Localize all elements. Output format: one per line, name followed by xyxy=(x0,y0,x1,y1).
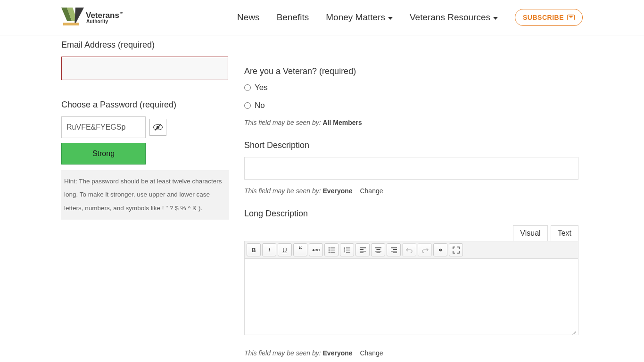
svg-text:3: 3 xyxy=(344,251,345,254)
svg-rect-17 xyxy=(360,249,363,250)
nav-news[interactable]: News xyxy=(237,12,260,23)
nav-veterans-resources[interactable]: Veterans Resources xyxy=(410,12,498,23)
chevron-down-icon xyxy=(493,17,498,20)
veteran-no-row: No xyxy=(244,101,583,110)
long-description-editor: Visual Text B I U “ ABC 123 xyxy=(244,225,578,335)
chevron-down-icon xyxy=(388,17,393,20)
email-input[interactable] xyxy=(61,57,228,80)
undo-button[interactable] xyxy=(402,243,416,256)
svg-rect-20 xyxy=(375,247,381,248)
strikethrough-button[interactable]: ABC xyxy=(309,243,323,256)
link-button[interactable] xyxy=(433,243,447,256)
svg-rect-16 xyxy=(360,247,366,248)
editor-tab-visual[interactable]: Visual xyxy=(513,225,547,241)
svg-rect-11 xyxy=(346,247,350,248)
numbered-list-button[interactable]: 123 xyxy=(340,243,354,256)
svg-rect-23 xyxy=(376,252,380,253)
svg-point-8 xyxy=(328,251,330,253)
svg-rect-5 xyxy=(330,247,335,248)
nav-benefits[interactable]: Benefits xyxy=(277,12,309,23)
long-description-textarea[interactable] xyxy=(244,259,578,335)
short-description-input[interactable] xyxy=(244,157,578,180)
redo-button[interactable] xyxy=(418,243,432,256)
bullet-list-button[interactable] xyxy=(324,243,339,256)
svg-rect-15 xyxy=(346,252,350,252)
veteran-visibility-note: This field may be seen by: All Members xyxy=(244,119,583,126)
page-body: Email Address (required) Choose a Passwo… xyxy=(0,35,644,362)
svg-rect-22 xyxy=(375,251,381,252)
mail-icon xyxy=(567,15,575,20)
short-description-change-link[interactable]: Change xyxy=(360,187,383,195)
align-right-button[interactable] xyxy=(387,243,401,256)
svg-point-6 xyxy=(328,249,330,251)
toggle-password-visibility-button[interactable] xyxy=(149,119,166,136)
short-description-label: Short Description xyxy=(244,140,583,150)
editor-tab-text[interactable]: Text xyxy=(551,225,578,241)
logo-mark xyxy=(61,8,84,27)
align-left-button[interactable] xyxy=(355,243,370,256)
password-hint: Hint: The password should be at least tw… xyxy=(61,170,229,220)
editor-tabs: Visual Text xyxy=(244,225,578,241)
underline-button[interactable]: U xyxy=(278,243,292,256)
svg-rect-9 xyxy=(330,252,335,252)
profile-details-column: Are you a Veteran? (required) Yes No Thi… xyxy=(244,40,583,362)
password-label: Choose a Password (required) xyxy=(61,100,229,110)
password-strength-indicator: Strong xyxy=(61,143,146,165)
site-header: Veterans™ Authority News Benefits Money … xyxy=(0,0,644,35)
logo-text: Veterans™ Authority xyxy=(86,11,123,24)
svg-rect-3 xyxy=(63,23,79,25)
fullscreen-button[interactable] xyxy=(449,243,463,256)
italic-button[interactable]: I xyxy=(262,243,276,256)
veteran-yes-label: Yes xyxy=(255,83,268,92)
long-description-label: Long Description xyxy=(244,209,583,219)
veteran-yes-radio[interactable] xyxy=(244,84,251,91)
main-nav: News Benefits Money Matters Veterans Res… xyxy=(237,9,583,26)
svg-rect-27 xyxy=(393,252,397,253)
align-center-button[interactable] xyxy=(371,243,385,256)
eye-slash-icon xyxy=(153,124,163,130)
svg-rect-26 xyxy=(391,251,397,252)
blockquote-button[interactable]: “ xyxy=(293,243,307,256)
bold-button[interactable]: B xyxy=(247,243,261,256)
svg-rect-25 xyxy=(393,249,397,250)
subscribe-button[interactable]: SUBSCRIBE xyxy=(515,9,583,26)
editor-toolbar: B I U “ ABC 123 xyxy=(244,241,578,259)
long-description-visibility-note: This field may be seen by: Everyone Chan… xyxy=(244,349,583,357)
account-details-column: Email Address (required) Choose a Passwo… xyxy=(61,40,229,362)
svg-rect-24 xyxy=(391,247,397,248)
site-logo[interactable]: Veterans™ Authority xyxy=(61,8,123,27)
long-description-change-link[interactable]: Change xyxy=(360,349,383,357)
veteran-yes-row: Yes xyxy=(244,83,583,92)
svg-rect-13 xyxy=(346,249,350,250)
email-label: Email Address (required) xyxy=(61,40,229,50)
svg-rect-18 xyxy=(360,251,366,252)
veteran-question-label: Are you a Veteran? (required) xyxy=(244,66,583,76)
svg-rect-7 xyxy=(330,249,335,250)
veteran-no-label: No xyxy=(255,101,265,110)
password-input[interactable] xyxy=(61,116,146,138)
svg-point-4 xyxy=(328,247,330,248)
short-description-visibility-note: This field may be seen by: Everyone Chan… xyxy=(244,187,583,195)
nav-money-matters[interactable]: Money Matters xyxy=(326,12,393,23)
svg-rect-19 xyxy=(360,252,363,253)
veteran-no-radio[interactable] xyxy=(244,102,251,109)
svg-rect-21 xyxy=(376,249,380,250)
resize-handle-icon[interactable] xyxy=(570,328,577,335)
